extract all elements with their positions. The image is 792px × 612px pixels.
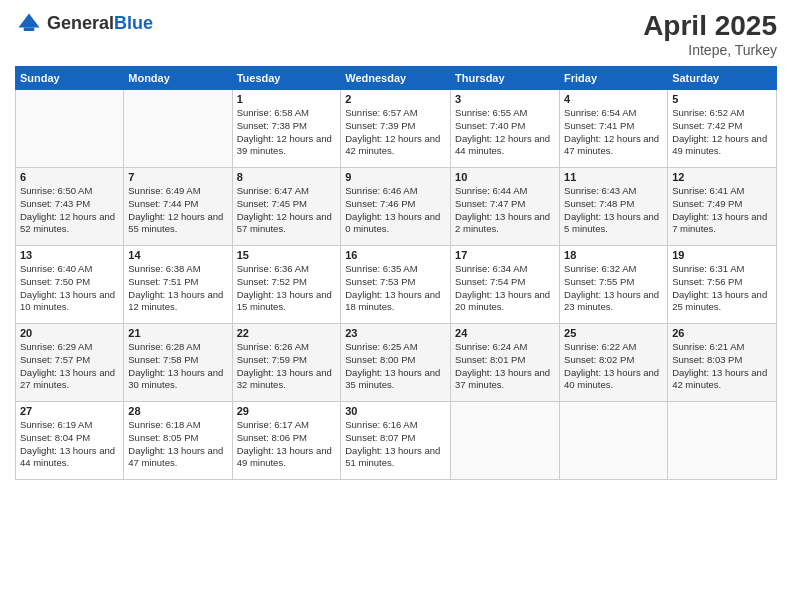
day-number: 9 (345, 171, 446, 183)
day-number: 12 (672, 171, 772, 183)
day-number: 2 (345, 93, 446, 105)
day-info: Sunrise: 6:32 AM Sunset: 7:55 PM Dayligh… (564, 263, 663, 314)
day-number: 30 (345, 405, 446, 417)
day-number: 22 (237, 327, 337, 339)
calendar-cell: 27Sunrise: 6:19 AM Sunset: 8:04 PM Dayli… (16, 402, 124, 480)
calendar-cell: 29Sunrise: 6:17 AM Sunset: 8:06 PM Dayli… (232, 402, 341, 480)
weekday-header-thursday: Thursday (451, 67, 560, 90)
day-info: Sunrise: 6:43 AM Sunset: 7:48 PM Dayligh… (564, 185, 663, 236)
day-info: Sunrise: 6:31 AM Sunset: 7:56 PM Dayligh… (672, 263, 772, 314)
calendar-cell: 12Sunrise: 6:41 AM Sunset: 7:49 PM Dayli… (668, 168, 777, 246)
day-info: Sunrise: 6:16 AM Sunset: 8:07 PM Dayligh… (345, 419, 446, 470)
calendar-cell: 20Sunrise: 6:29 AM Sunset: 7:57 PM Dayli… (16, 324, 124, 402)
weekday-header-tuesday: Tuesday (232, 67, 341, 90)
day-info: Sunrise: 6:19 AM Sunset: 8:04 PM Dayligh… (20, 419, 119, 470)
day-info: Sunrise: 6:22 AM Sunset: 8:02 PM Dayligh… (564, 341, 663, 392)
logo-general: General (47, 13, 114, 33)
day-number: 6 (20, 171, 119, 183)
calendar-cell: 15Sunrise: 6:36 AM Sunset: 7:52 PM Dayli… (232, 246, 341, 324)
day-number: 5 (672, 93, 772, 105)
weekday-header-friday: Friday (560, 67, 668, 90)
calendar-cell: 10Sunrise: 6:44 AM Sunset: 7:47 PM Dayli… (451, 168, 560, 246)
day-number: 13 (20, 249, 119, 261)
day-info: Sunrise: 6:26 AM Sunset: 7:59 PM Dayligh… (237, 341, 337, 392)
day-number: 24 (455, 327, 555, 339)
svg-marker-1 (19, 14, 40, 28)
calendar-cell: 7Sunrise: 6:49 AM Sunset: 7:44 PM Daylig… (124, 168, 232, 246)
calendar-cell: 4Sunrise: 6:54 AM Sunset: 7:41 PM Daylig… (560, 90, 668, 168)
calendar-cell: 17Sunrise: 6:34 AM Sunset: 7:54 PM Dayli… (451, 246, 560, 324)
calendar-cell: 24Sunrise: 6:24 AM Sunset: 8:01 PM Dayli… (451, 324, 560, 402)
calendar-cell: 23Sunrise: 6:25 AM Sunset: 8:00 PM Dayli… (341, 324, 451, 402)
calendar-cell: 30Sunrise: 6:16 AM Sunset: 8:07 PM Dayli… (341, 402, 451, 480)
day-info: Sunrise: 6:35 AM Sunset: 7:53 PM Dayligh… (345, 263, 446, 314)
day-info: Sunrise: 6:28 AM Sunset: 7:58 PM Dayligh… (128, 341, 227, 392)
weekday-header-sunday: Sunday (16, 67, 124, 90)
header: GeneralBlue April 2025 Intepe, Turkey (15, 10, 777, 58)
calendar-cell: 5Sunrise: 6:52 AM Sunset: 7:42 PM Daylig… (668, 90, 777, 168)
day-number: 23 (345, 327, 446, 339)
day-info: Sunrise: 6:54 AM Sunset: 7:41 PM Dayligh… (564, 107, 663, 158)
calendar-cell: 28Sunrise: 6:18 AM Sunset: 8:05 PM Dayli… (124, 402, 232, 480)
day-info: Sunrise: 6:18 AM Sunset: 8:05 PM Dayligh… (128, 419, 227, 470)
day-number: 1 (237, 93, 337, 105)
day-info: Sunrise: 6:57 AM Sunset: 7:39 PM Dayligh… (345, 107, 446, 158)
day-number: 26 (672, 327, 772, 339)
day-number: 15 (237, 249, 337, 261)
logo-icon (15, 10, 43, 38)
calendar-cell (668, 402, 777, 480)
month-title: April 2025 (643, 10, 777, 42)
day-number: 16 (345, 249, 446, 261)
day-info: Sunrise: 6:34 AM Sunset: 7:54 PM Dayligh… (455, 263, 555, 314)
day-number: 25 (564, 327, 663, 339)
calendar-cell: 25Sunrise: 6:22 AM Sunset: 8:02 PM Dayli… (560, 324, 668, 402)
day-number: 19 (672, 249, 772, 261)
day-info: Sunrise: 6:58 AM Sunset: 7:38 PM Dayligh… (237, 107, 337, 158)
day-number: 18 (564, 249, 663, 261)
weekday-header-monday: Monday (124, 67, 232, 90)
calendar-cell: 18Sunrise: 6:32 AM Sunset: 7:55 PM Dayli… (560, 246, 668, 324)
svg-rect-2 (24, 28, 35, 32)
day-number: 28 (128, 405, 227, 417)
day-info: Sunrise: 6:46 AM Sunset: 7:46 PM Dayligh… (345, 185, 446, 236)
day-number: 17 (455, 249, 555, 261)
calendar-cell: 3Sunrise: 6:55 AM Sunset: 7:40 PM Daylig… (451, 90, 560, 168)
calendar-cell: 22Sunrise: 6:26 AM Sunset: 7:59 PM Dayli… (232, 324, 341, 402)
day-info: Sunrise: 6:21 AM Sunset: 8:03 PM Dayligh… (672, 341, 772, 392)
calendar-cell: 14Sunrise: 6:38 AM Sunset: 7:51 PM Dayli… (124, 246, 232, 324)
calendar-cell: 6Sunrise: 6:50 AM Sunset: 7:43 PM Daylig… (16, 168, 124, 246)
calendar-week-row: 6Sunrise: 6:50 AM Sunset: 7:43 PM Daylig… (16, 168, 777, 246)
calendar-week-row: 13Sunrise: 6:40 AM Sunset: 7:50 PM Dayli… (16, 246, 777, 324)
calendar-cell: 16Sunrise: 6:35 AM Sunset: 7:53 PM Dayli… (341, 246, 451, 324)
day-info: Sunrise: 6:29 AM Sunset: 7:57 PM Dayligh… (20, 341, 119, 392)
day-number: 7 (128, 171, 227, 183)
day-number: 10 (455, 171, 555, 183)
day-info: Sunrise: 6:24 AM Sunset: 8:01 PM Dayligh… (455, 341, 555, 392)
day-info: Sunrise: 6:47 AM Sunset: 7:45 PM Dayligh… (237, 185, 337, 236)
calendar-cell (451, 402, 560, 480)
logo-text: GeneralBlue (47, 14, 153, 34)
day-number: 11 (564, 171, 663, 183)
day-number: 20 (20, 327, 119, 339)
day-info: Sunrise: 6:25 AM Sunset: 8:00 PM Dayligh… (345, 341, 446, 392)
calendar-cell: 21Sunrise: 6:28 AM Sunset: 7:58 PM Dayli… (124, 324, 232, 402)
calendar-cell: 11Sunrise: 6:43 AM Sunset: 7:48 PM Dayli… (560, 168, 668, 246)
calendar-cell: 13Sunrise: 6:40 AM Sunset: 7:50 PM Dayli… (16, 246, 124, 324)
day-number: 8 (237, 171, 337, 183)
day-info: Sunrise: 6:52 AM Sunset: 7:42 PM Dayligh… (672, 107, 772, 158)
day-info: Sunrise: 6:49 AM Sunset: 7:44 PM Dayligh… (128, 185, 227, 236)
day-info: Sunrise: 6:50 AM Sunset: 7:43 PM Dayligh… (20, 185, 119, 236)
weekday-header-wednesday: Wednesday (341, 67, 451, 90)
calendar-table: SundayMondayTuesdayWednesdayThursdayFrid… (15, 66, 777, 480)
day-info: Sunrise: 6:55 AM Sunset: 7:40 PM Dayligh… (455, 107, 555, 158)
day-number: 21 (128, 327, 227, 339)
calendar-cell: 9Sunrise: 6:46 AM Sunset: 7:46 PM Daylig… (341, 168, 451, 246)
day-info: Sunrise: 6:38 AM Sunset: 7:51 PM Dayligh… (128, 263, 227, 314)
logo-blue: Blue (114, 13, 153, 33)
page: GeneralBlue April 2025 Intepe, Turkey Su… (0, 0, 792, 612)
day-info: Sunrise: 6:40 AM Sunset: 7:50 PM Dayligh… (20, 263, 119, 314)
calendar-cell (124, 90, 232, 168)
calendar-cell: 26Sunrise: 6:21 AM Sunset: 8:03 PM Dayli… (668, 324, 777, 402)
calendar-cell (16, 90, 124, 168)
calendar-cell: 19Sunrise: 6:31 AM Sunset: 7:56 PM Dayli… (668, 246, 777, 324)
